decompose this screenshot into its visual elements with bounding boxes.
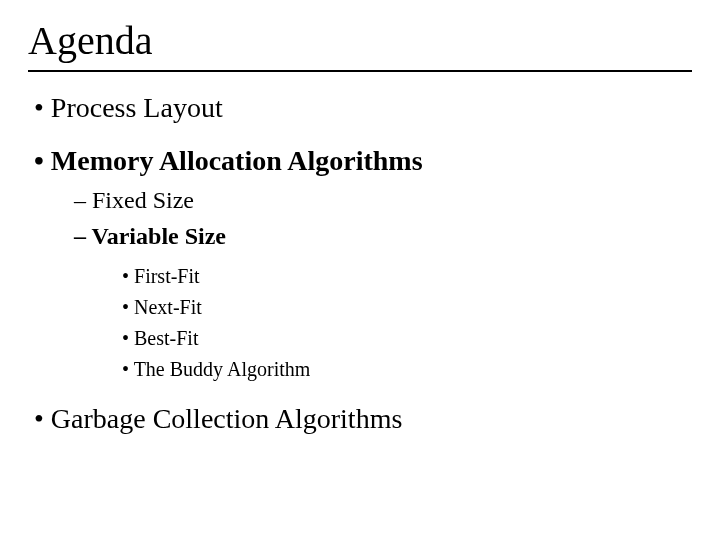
list-item: Variable Size First-Fit Next-Fit Best-Fi… (74, 220, 692, 382)
item-text: Best-Fit (134, 327, 198, 349)
item-text: Variable Size (92, 223, 226, 249)
title-underline (28, 70, 692, 72)
item-text: First-Fit (134, 265, 200, 287)
item-text: Memory Allocation Algorithms (51, 145, 423, 176)
list-item: Next-Fit (122, 294, 692, 321)
list-item: The Buddy Algorithm (122, 356, 692, 383)
bullet-list-level2: Fixed Size Variable Size First-Fit Next-… (74, 184, 692, 383)
item-text: Fixed Size (92, 187, 194, 213)
list-item: Fixed Size (74, 184, 692, 216)
slide-title: Agenda (28, 18, 692, 64)
list-item: Best-Fit (122, 325, 692, 352)
bullet-list-level1: Process Layout Memory Allocation Algorit… (28, 90, 692, 436)
slide: Agenda Process Layout Memory Allocation … (0, 0, 720, 540)
list-item: Process Layout (34, 90, 692, 125)
bullet-list-level3: First-Fit Next-Fit Best-Fit The Buddy Al… (122, 263, 692, 383)
list-item: First-Fit (122, 263, 692, 290)
list-item: Memory Allocation Algorithms Fixed Size … (34, 143, 692, 383)
item-text: The Buddy Algorithm (134, 358, 311, 380)
list-item: Garbage Collection Algorithms (34, 401, 692, 436)
item-text: Next-Fit (134, 296, 202, 318)
item-text: Garbage Collection Algorithms (51, 403, 403, 434)
item-text: Process Layout (51, 92, 223, 123)
